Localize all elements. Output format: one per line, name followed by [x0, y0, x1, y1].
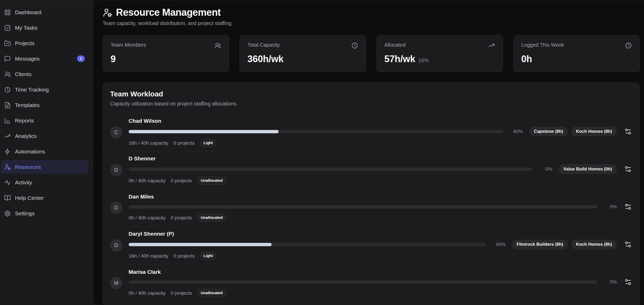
- adjust-allocation-button[interactable]: [624, 127, 632, 136]
- status-badge: Unallocated: [197, 214, 226, 221]
- sidebar-item-label: Reports: [15, 118, 34, 124]
- stat-value: 0h: [521, 54, 532, 64]
- team-member-row: D Daryl Shenner (P) 40% Flintrock Builde…: [103, 227, 640, 264]
- adjust-allocation-button[interactable]: [624, 278, 632, 286]
- book-open-icon: [4, 195, 11, 201]
- square-check-icon: [4, 24, 11, 31]
- users-icon: [214, 42, 221, 49]
- sidebar-item-activity[interactable]: Activity: [1, 176, 88, 189]
- project-allocation-chip: Value Build Homes (0h): [558, 164, 617, 174]
- sidebar-item-label: Clients: [15, 71, 31, 77]
- sidebar-item-label: Projects: [15, 40, 35, 46]
- adjust-allocation-button[interactable]: [624, 165, 632, 174]
- sidebar-item-reports[interactable]: Reports: [1, 114, 88, 127]
- unread-count-badge: 1: [77, 55, 85, 62]
- clock-icon: [4, 86, 11, 93]
- capacity-bar: [129, 281, 597, 284]
- projects-count: 0 projects: [173, 140, 195, 146]
- trending-up-icon: [4, 133, 11, 139]
- utilization-percent: 0%: [604, 279, 617, 285]
- sidebar-item-settings[interactable]: Settings: [1, 207, 88, 220]
- member-name: Marisa Clark: [129, 269, 632, 275]
- folder-kanban-icon: [4, 40, 11, 47]
- stat-label: Allocated: [384, 42, 406, 48]
- sidebar-item-label: Templates: [15, 102, 40, 108]
- sidebar-item-templates[interactable]: Templates: [1, 98, 88, 112]
- sidebar-item-projects[interactable]: Projects: [1, 36, 88, 50]
- sidebar-item-my-tasks[interactable]: My Tasks: [1, 21, 88, 35]
- sidebar-item-automations[interactable]: Automations: [1, 145, 88, 158]
- sidebar-item-label: Analytics: [15, 133, 37, 139]
- stat-value: 57h/wk: [384, 54, 415, 64]
- sidebar-item-label: My Tasks: [15, 25, 37, 31]
- stats-row: Team Members 9 Total Capacity 360h/wk Al…: [103, 35, 640, 72]
- capacity-bar-fill: [129, 130, 279, 133]
- user-cog-icon: [103, 8, 112, 18]
- status-badge: Unallocated: [197, 177, 226, 184]
- sidebar-item-label: Time Tracking: [15, 87, 49, 93]
- settings-icon: [4, 210, 11, 217]
- stat-card-logged-this-week: Logged This Week 0h: [513, 35, 640, 72]
- sidebar-item-help-center[interactable]: Help Center: [1, 191, 88, 205]
- capacity-bar: [129, 130, 503, 133]
- projects-count: 0 projects: [173, 253, 195, 259]
- avatar: D: [110, 202, 122, 214]
- sidebar-item-label: Help Center: [15, 195, 44, 201]
- project-allocation-chip: Koch Homes (8h): [571, 240, 617, 249]
- main-content: Resource Management Team capacity, workl…: [93, 0, 644, 305]
- team-member-row: C Chad Wilson 40% Capstone (8h)Koch Home…: [103, 114, 640, 151]
- capacity-text: 0h / 40h capacity: [129, 290, 166, 296]
- project-chips: Value Build Homes (0h): [558, 164, 617, 174]
- users-icon: [4, 71, 11, 78]
- adjust-allocation-button[interactable]: [624, 202, 632, 211]
- member-name: Chad Wilson: [129, 118, 632, 124]
- utilization-percent: 40%: [509, 129, 523, 134]
- stat-card-total-capacity: Total Capacity 360h/wk: [239, 35, 366, 72]
- workload-subtitle: Capacity utilization based on project st…: [110, 101, 632, 107]
- sidebar-item-label: Activity: [15, 179, 32, 186]
- stat-label: Logged This Week: [521, 42, 564, 48]
- sidebar-item-resources[interactable]: Resources: [1, 160, 88, 174]
- member-name: D Shenner: [129, 155, 632, 162]
- sidebar-item-label: Automations: [15, 149, 45, 155]
- sidebar-item-time-tracking[interactable]: Time Tracking: [1, 83, 88, 96]
- file-text-icon: [4, 102, 11, 109]
- member-name: Dan Miles: [129, 194, 632, 200]
- sidebar-item-analytics[interactable]: Analytics: [1, 129, 88, 143]
- layout-grid-icon: [4, 9, 11, 16]
- workload-header: Team Workload Capacity utilization based…: [103, 83, 640, 114]
- avatar: D: [110, 239, 122, 252]
- capacity-text: 0h / 40h capacity: [129, 178, 166, 184]
- sidebar-item-messages[interactable]: Messages 1: [1, 52, 88, 65]
- team-member-row: D D Shenner 0% Value Build Homes (0h) 0h…: [103, 151, 640, 189]
- projects-count: 0 projects: [171, 290, 192, 296]
- capacity-text: 0h / 40h capacity: [129, 215, 166, 221]
- sidebar-item-clients[interactable]: Clients: [1, 67, 88, 81]
- sidebar-item-label: Dashboard: [15, 9, 41, 15]
- team-member-row: M Marisa Clark 0% 0h / 40h capacity 0 pr…: [103, 264, 640, 302]
- utilization-percent: 40%: [492, 242, 506, 247]
- member-list: C Chad Wilson 40% Capstone (8h)Koch Home…: [103, 114, 640, 302]
- member-name: Daryl Shenner (P): [129, 231, 632, 237]
- sidebar-item-dashboard[interactable]: Dashboard: [1, 5, 88, 19]
- team-member-row: D Dan Miles 0% 0h / 40h capacity 0 proje…: [103, 189, 640, 227]
- member-row-partial: [103, 302, 640, 305]
- team-workload-card: Team Workload Capacity utilization based…: [103, 83, 640, 305]
- sidebar-item-label: Resources: [15, 164, 41, 170]
- capacity-bar-fill: [129, 243, 272, 246]
- sidebar-item-label: Settings: [15, 210, 35, 217]
- user-cog-icon: [4, 164, 11, 170]
- status-badge: Light: [200, 139, 217, 147]
- zap-icon: [4, 148, 11, 155]
- clock-icon: [351, 42, 358, 49]
- projects-count: 0 projects: [171, 178, 192, 184]
- project-allocation-chip: Flintrock Builders (8h): [512, 240, 568, 249]
- project-chips: Capstone (8h)Koch Homes (8h): [529, 127, 617, 136]
- adjust-allocation-button[interactable]: [624, 240, 632, 249]
- bar-chart-icon: [4, 117, 11, 124]
- sidebar-nav: Dashboard My Tasks Projects Messages 1 C…: [0, 0, 93, 220]
- avatar: D: [110, 164, 122, 176]
- sidebar: Dashboard My Tasks Projects Messages 1 C…: [0, 0, 93, 305]
- capacity-bar: [129, 243, 486, 246]
- stat-card-team-members: Team Members 9: [103, 35, 229, 72]
